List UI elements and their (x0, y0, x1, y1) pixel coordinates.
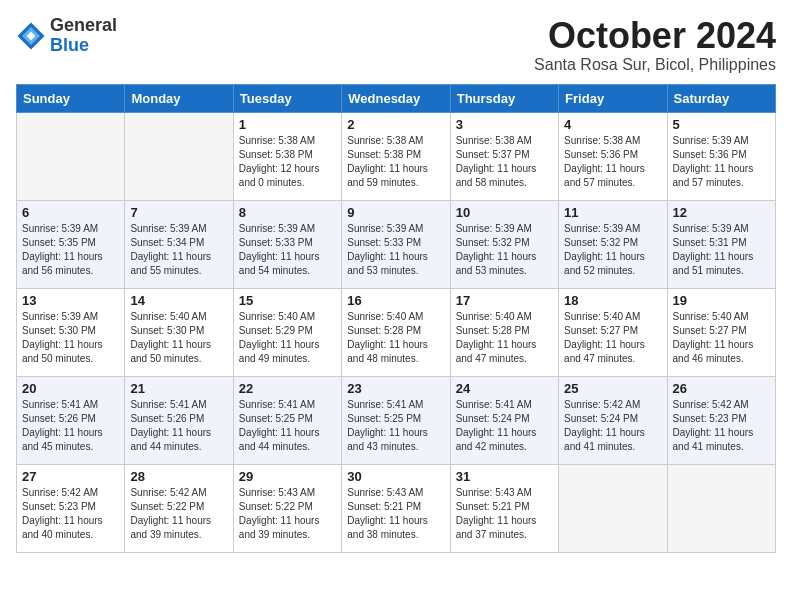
page-header: General Blue October 2024 Santa Rosa Sur… (16, 16, 776, 74)
cell-text-line: Daylight: 11 hours (347, 250, 444, 264)
cell-text-line: Sunrise: 5:39 AM (22, 222, 119, 236)
week-row-3: 20Sunrise: 5:41 AMSunset: 5:26 PMDayligh… (17, 376, 776, 464)
cell-text-line: and 44 minutes. (239, 440, 336, 454)
cell-text-line: Sunrise: 5:43 AM (239, 486, 336, 500)
cell-text-line: Daylight: 11 hours (347, 338, 444, 352)
cell-text-line: Daylight: 12 hours (239, 162, 336, 176)
calendar-cell: 6Sunrise: 5:39 AMSunset: 5:35 PMDaylight… (17, 200, 125, 288)
cell-text-line: Sunset: 5:33 PM (239, 236, 336, 250)
day-number: 3 (456, 117, 553, 132)
cell-text-line: Daylight: 11 hours (239, 250, 336, 264)
day-number: 14 (130, 293, 227, 308)
cell-text-line: Sunrise: 5:40 AM (239, 310, 336, 324)
calendar-cell: 4Sunrise: 5:38 AMSunset: 5:36 PMDaylight… (559, 112, 667, 200)
calendar-cell: 17Sunrise: 5:40 AMSunset: 5:28 PMDayligh… (450, 288, 558, 376)
cell-text-line: Sunrise: 5:43 AM (456, 486, 553, 500)
day-number: 23 (347, 381, 444, 396)
cell-text-line: Daylight: 11 hours (130, 338, 227, 352)
cell-text-line: Sunrise: 5:39 AM (347, 222, 444, 236)
cell-text-line: Sunset: 5:28 PM (456, 324, 553, 338)
week-row-4: 27Sunrise: 5:42 AMSunset: 5:23 PMDayligh… (17, 464, 776, 552)
calendar-cell: 13Sunrise: 5:39 AMSunset: 5:30 PMDayligh… (17, 288, 125, 376)
cell-text-line: and 39 minutes. (239, 528, 336, 542)
month-title: October 2024 (534, 16, 776, 56)
cell-text-line: Sunset: 5:22 PM (239, 500, 336, 514)
cell-text-line: Sunrise: 5:39 AM (673, 134, 770, 148)
cell-text-line: and 58 minutes. (456, 176, 553, 190)
cell-text-line: Sunset: 5:33 PM (347, 236, 444, 250)
cell-text-line: and 52 minutes. (564, 264, 661, 278)
day-number: 22 (239, 381, 336, 396)
day-number: 13 (22, 293, 119, 308)
cell-text-line: Sunset: 5:36 PM (673, 148, 770, 162)
cell-text-line: Daylight: 11 hours (564, 162, 661, 176)
cell-text-line: Sunrise: 5:39 AM (239, 222, 336, 236)
weekday-header-friday: Friday (559, 84, 667, 112)
calendar-cell: 25Sunrise: 5:42 AMSunset: 5:24 PMDayligh… (559, 376, 667, 464)
cell-text-line: Sunset: 5:25 PM (347, 412, 444, 426)
cell-text-line: Sunset: 5:21 PM (347, 500, 444, 514)
cell-text-line: Daylight: 11 hours (673, 338, 770, 352)
cell-text-line: Sunset: 5:36 PM (564, 148, 661, 162)
calendar-cell: 22Sunrise: 5:41 AMSunset: 5:25 PMDayligh… (233, 376, 341, 464)
calendar-cell: 12Sunrise: 5:39 AMSunset: 5:31 PMDayligh… (667, 200, 775, 288)
calendar-cell: 2Sunrise: 5:38 AMSunset: 5:38 PMDaylight… (342, 112, 450, 200)
cell-text-line: and 55 minutes. (130, 264, 227, 278)
cell-text-line: Daylight: 11 hours (22, 250, 119, 264)
cell-text-line: Daylight: 11 hours (673, 162, 770, 176)
logo-text: General Blue (50, 16, 117, 56)
cell-text-line: and 44 minutes. (130, 440, 227, 454)
day-number: 30 (347, 469, 444, 484)
cell-text-line: Sunset: 5:34 PM (130, 236, 227, 250)
cell-text-line: and 47 minutes. (456, 352, 553, 366)
weekday-header-sunday: Sunday (17, 84, 125, 112)
calendar: SundayMondayTuesdayWednesdayThursdayFrid… (16, 84, 776, 553)
cell-text-line: and 48 minutes. (347, 352, 444, 366)
cell-text-line: Sunset: 5:30 PM (22, 324, 119, 338)
cell-text-line: Sunset: 5:27 PM (564, 324, 661, 338)
cell-text-line: and 50 minutes. (130, 352, 227, 366)
logo: General Blue (16, 16, 117, 56)
cell-text-line: Sunrise: 5:40 AM (564, 310, 661, 324)
cell-text-line: Daylight: 11 hours (456, 426, 553, 440)
cell-text-line: and 57 minutes. (564, 176, 661, 190)
cell-text-line: and 46 minutes. (673, 352, 770, 366)
cell-text-line: Daylight: 11 hours (239, 426, 336, 440)
cell-text-line: and 42 minutes. (456, 440, 553, 454)
calendar-cell: 20Sunrise: 5:41 AMSunset: 5:26 PMDayligh… (17, 376, 125, 464)
weekday-header-tuesday: Tuesday (233, 84, 341, 112)
calendar-cell: 10Sunrise: 5:39 AMSunset: 5:32 PMDayligh… (450, 200, 558, 288)
cell-text-line: Sunrise: 5:41 AM (130, 398, 227, 412)
cell-text-line: Daylight: 11 hours (456, 162, 553, 176)
cell-text-line: and 0 minutes. (239, 176, 336, 190)
cell-text-line: Sunrise: 5:40 AM (456, 310, 553, 324)
cell-text-line: Sunset: 5:24 PM (564, 412, 661, 426)
cell-text-line: Sunset: 5:37 PM (456, 148, 553, 162)
cell-text-line: Sunrise: 5:38 AM (456, 134, 553, 148)
cell-text-line: Sunrise: 5:41 AM (456, 398, 553, 412)
cell-text-line: Daylight: 11 hours (22, 338, 119, 352)
cell-text-line: Sunset: 5:22 PM (130, 500, 227, 514)
day-number: 27 (22, 469, 119, 484)
cell-text-line: and 43 minutes. (347, 440, 444, 454)
cell-text-line: and 53 minutes. (456, 264, 553, 278)
cell-text-line: Daylight: 11 hours (130, 426, 227, 440)
cell-text-line: Daylight: 11 hours (130, 514, 227, 528)
logo-blue: Blue (50, 35, 89, 55)
cell-text-line: Sunset: 5:24 PM (456, 412, 553, 426)
cell-text-line: Sunset: 5:29 PM (239, 324, 336, 338)
calendar-cell (667, 464, 775, 552)
cell-text-line: Daylight: 11 hours (22, 514, 119, 528)
weekday-header-thursday: Thursday (450, 84, 558, 112)
cell-text-line: and 41 minutes. (673, 440, 770, 454)
cell-text-line: Sunrise: 5:39 AM (673, 222, 770, 236)
cell-text-line: Sunrise: 5:38 AM (564, 134, 661, 148)
day-number: 16 (347, 293, 444, 308)
calendar-cell: 23Sunrise: 5:41 AMSunset: 5:25 PMDayligh… (342, 376, 450, 464)
cell-text-line: Sunrise: 5:42 AM (673, 398, 770, 412)
title-area: October 2024 Santa Rosa Sur, Bicol, Phil… (534, 16, 776, 74)
cell-text-line: Daylight: 11 hours (456, 250, 553, 264)
calendar-cell (17, 112, 125, 200)
cell-text-line: Sunset: 5:28 PM (347, 324, 444, 338)
weekday-header-monday: Monday (125, 84, 233, 112)
